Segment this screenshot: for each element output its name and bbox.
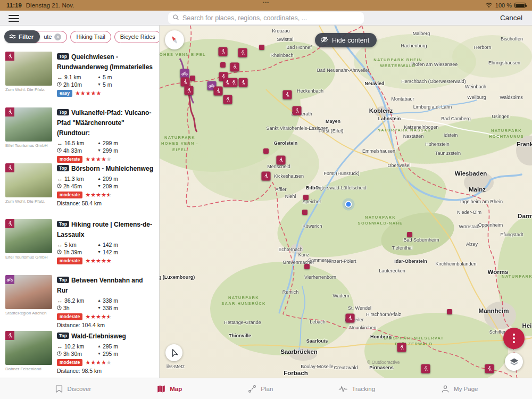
hiking-route-marker[interactable]: [223, 78, 238, 87]
battery-icon: [514, 3, 526, 8]
route-photo: [5, 163, 52, 197]
rating-stars: ★★★★★: [85, 156, 111, 162]
route-duration: 4h 33m: [57, 147, 97, 154]
layers-button[interactable]: [505, 353, 523, 371]
route-source: Dahner Felsenland: [5, 367, 52, 372]
tab-map[interactable]: Map: [156, 384, 182, 394]
filter-chip-bicycle-rides[interactable]: Bicycle Rides: [114, 31, 160, 43]
route-descent: ▼299 m: [97, 147, 154, 154]
route-photo: [5, 52, 52, 86]
hiking-route-marker[interactable]: [302, 210, 307, 215]
hiking-route-marker[interactable]: [293, 106, 302, 115]
top-badge: Top: [57, 165, 69, 171]
route-ascent: ▲338 m: [97, 297, 154, 304]
rating-stars: ★★★★★: [75, 90, 101, 96]
route-title: Vulkaneifel-Pfad: Vulcano-Pfad "Määrchen…: [57, 109, 151, 137]
search-icon: [172, 13, 179, 23]
route-card-b-rsborn-muhleichenweg[interactable]: Zum Wohl. Die Pfalz. TopBörsborn - Muhle…: [0, 160, 159, 215]
route-length: ↔5 km: [57, 242, 97, 248]
filter-button[interactable]: Filter: [4, 30, 40, 43]
hiking-route-marker[interactable]: [223, 95, 232, 104]
search-box[interactable]: [168, 12, 364, 24]
wifi-icon: [485, 2, 493, 9]
top-badge: Top: [57, 332, 69, 339]
route-card-queichwiesen-rundwanderweg-imm[interactable]: Zum Wohl. Die Pfalz. TopQueichwiesen - R…: [0, 48, 159, 104]
compass-needle-icon: [167, 32, 182, 47]
hiking-route-marker[interactable]: [277, 156, 286, 165]
more-actions-fab[interactable]: [503, 328, 525, 349]
hiking-route-marker[interactable]: [181, 78, 190, 87]
length-icon: ↔: [57, 297, 63, 304]
route-ascent: ▲209 m: [97, 176, 154, 182]
filter-chip-hiking-trail[interactable]: Hiking Trail: [70, 31, 111, 43]
tab-discover[interactable]: Discover: [54, 384, 92, 394]
route-card-between-vennbahn-and-rur[interactable]: StädteRegion Aachen TopBetween Vennbahn …: [0, 271, 159, 327]
route-source: Eifel Tourismus GmbH: [5, 143, 52, 148]
hiking-route-marker[interactable]: [262, 172, 271, 181]
hiking-route-marker[interactable]: [220, 62, 226, 68]
descent-icon: ▼: [97, 82, 101, 86]
length-icon: ↔: [57, 242, 63, 248]
route-photo: [5, 331, 52, 365]
menu-icon[interactable]: [9, 15, 19, 22]
difficulty-badge: moderate: [57, 257, 82, 264]
bicycle-icon: [5, 275, 14, 284]
remove-chip-icon[interactable]: ✕: [54, 34, 61, 40]
results-sidebar: Filter ute✕Hiking TrailBicycle RidesTher…: [0, 26, 160, 378]
route-length: ↔10.2 km: [57, 343, 97, 350]
route-card-vulkaneifel-pfad-vulcano-pfad-[interactable]: Eifel Tourismus GmbH TopVulkaneifel-Pfad…: [0, 104, 159, 160]
compass-button[interactable]: [165, 30, 184, 49]
descent-icon: ▼: [97, 352, 101, 355]
hiking-route-marker[interactable]: [238, 48, 247, 57]
ascent-icon: ▲: [97, 177, 101, 180]
hiking-route-marker[interactable]: [397, 343, 406, 352]
chip-label: Hiking Trail: [76, 34, 105, 40]
map-copyright: © Outdooractive: [367, 360, 400, 365]
length-icon: ↔: [57, 176, 63, 182]
eye-off-icon: [320, 36, 328, 45]
hiking-route-marker[interactable]: [263, 148, 269, 154]
search-header: Cancel: [0, 11, 532, 26]
hiking-route-marker[interactable]: [219, 47, 228, 56]
cancel-button[interactable]: Cancel: [500, 14, 522, 22]
hiking-route-marker[interactable]: [421, 364, 430, 373]
hiking-route-marker[interactable]: [407, 232, 412, 237]
hiking-route-marker[interactable]: [303, 195, 309, 200]
route-photo: [5, 275, 52, 309]
layers-icon: [509, 357, 519, 367]
hiking-route-marker[interactable]: [185, 86, 194, 95]
bike-route-marker[interactable]: [180, 69, 189, 78]
length-icon: ↔: [57, 140, 63, 146]
route-descent: ▼142 m: [97, 249, 154, 255]
hiking-route-marker[interactable]: [214, 87, 223, 96]
hiking-route-marker[interactable]: [304, 264, 310, 269]
hide-content-button[interactable]: Hide content: [315, 33, 377, 47]
hiking-route-marker[interactable]: [259, 45, 264, 50]
chip-label: Bicycle Rides: [120, 34, 155, 40]
descent-icon: ▼: [97, 184, 101, 188]
route-card-wald-erlebnisweg[interactable]: Dahner Felsenland TopWald-Erlebnisweg ↔1…: [0, 327, 159, 378]
route-duration: 1h 39m: [57, 249, 97, 255]
hiking-route-marker[interactable]: [239, 78, 248, 87]
chip-label: ute: [44, 34, 52, 40]
locate-arrow-icon: [168, 346, 180, 359]
hiking-route-marker[interactable]: [346, 314, 355, 323]
locate-button[interactable]: [165, 344, 182, 361]
hiking-route-marker[interactable]: [485, 364, 494, 373]
tab-plan[interactable]: Plan: [247, 384, 273, 394]
route-descent: ▼5 m: [97, 81, 154, 88]
hiking-route-marker[interactable]: [447, 309, 452, 314]
descent-icon: ▼: [97, 306, 101, 310]
tab-label: My Page: [454, 386, 478, 392]
tab-my-page[interactable]: My Page: [440, 384, 478, 394]
hiking-route-marker[interactable]: [190, 76, 195, 81]
search-input[interactable]: [182, 14, 360, 22]
hiking-route-marker[interactable]: [283, 90, 292, 99]
hiking-route-marker[interactable]: [230, 63, 239, 72]
hide-content-label: Hide content: [332, 37, 369, 44]
route-card-hiking-route-clemens-de-lassau[interactable]: Eifel Tourismus GmbH TopHiking route | C…: [0, 215, 159, 271]
route-length: ↔11.3 km: [57, 176, 97, 182]
top-badge: Top: [57, 53, 69, 60]
map-canvas[interactable]: Hide content © Outdooractive KoblenzWies…: [160, 26, 532, 378]
tab-tracking[interactable]: Tracking: [338, 384, 375, 394]
